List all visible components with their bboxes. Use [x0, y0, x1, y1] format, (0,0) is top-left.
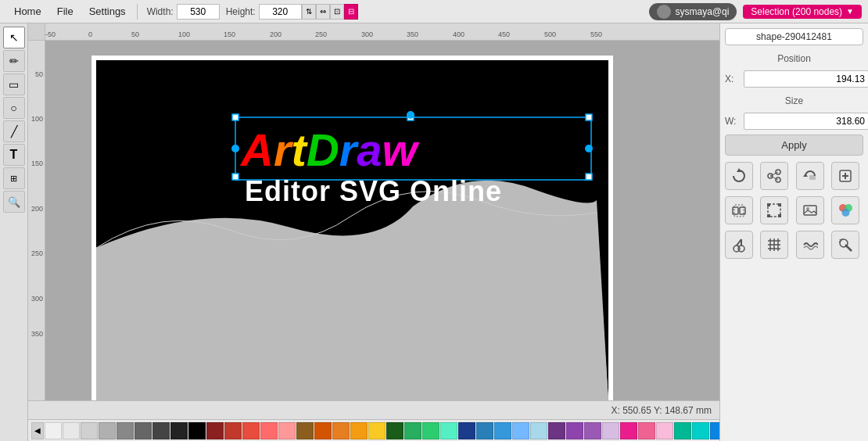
color-swatch[interactable] [386, 422, 404, 439]
svg-rect-29 [767, 203, 770, 206]
color-swatch[interactable] [206, 422, 224, 439]
color-swatch[interactable] [440, 422, 457, 439]
color-swatch[interactable] [45, 422, 62, 439]
height-input[interactable] [259, 4, 302, 20]
add-icon-btn[interactable] [831, 162, 859, 190]
color-swatch[interactable] [530, 422, 547, 439]
color-swatch[interactable] [404, 422, 421, 439]
node-edit-icon-btn[interactable] [760, 162, 788, 190]
color-swatch[interactable] [63, 422, 80, 439]
ruler-mark: 450 [498, 30, 510, 38]
color-swatch[interactable] [566, 422, 583, 439]
color-swatch[interactable] [548, 422, 565, 439]
color-swatch[interactable] [476, 422, 493, 439]
color-swatch[interactable] [368, 422, 386, 439]
pattern-icon-btn[interactable] [760, 231, 788, 259]
right-panel: shape-290412481 Position X: Y: Size W: H… [719, 23, 868, 441]
svg-point-39 [738, 246, 744, 252]
svg-rect-8 [586, 174, 592, 180]
color-swatch[interactable] [224, 422, 242, 439]
selection-badge[interactable]: Selection (200 nodes) ▼ [743, 5, 862, 19]
tool-symbol[interactable]: ⊞ [3, 167, 25, 189]
svg-rect-7 [232, 174, 239, 180]
size-label: Size [725, 95, 863, 106]
icon-grid-1 [725, 162, 863, 190]
ruler-mark: 100 [178, 30, 190, 38]
group-icon-btn[interactable] [725, 196, 753, 224]
color-swatch[interactable] [458, 422, 475, 439]
menu-home[interactable]: Home [6, 0, 49, 23]
swap-dimensions-btn[interactable]: ⇅ [302, 4, 316, 20]
left-toolbar: ↖ ✏ ▭ ○ ╱ T ⊞ 🔍 [0, 23, 28, 441]
color-fill-icon-btn[interactable] [831, 196, 859, 224]
color-swatch[interactable] [117, 422, 134, 439]
color-swatch[interactable] [602, 422, 619, 439]
color-swatch[interactable] [512, 422, 529, 439]
canvas-svg[interactable]: ArtDraw Editor SVG Online [84, 48, 624, 400]
menu-file[interactable]: File [49, 0, 81, 23]
tool-text[interactable]: T [3, 144, 25, 166]
tool-zoom[interactable]: 🔍 [3, 191, 25, 213]
ruler-corner [28, 23, 45, 41]
color-swatch[interactable] [170, 422, 188, 439]
undo-icon-btn[interactable] [796, 162, 824, 190]
color-swatch[interactable] [638, 422, 655, 439]
ruler-mark: 400 [453, 30, 464, 38]
crop-btn[interactable]: ⊟ [344, 4, 358, 20]
x-input[interactable] [744, 70, 868, 88]
tool-rectangle[interactable]: ▭ [3, 74, 25, 95]
color-swatch[interactable] [260, 422, 278, 439]
color-swatch[interactable] [584, 422, 601, 439]
tool-select[interactable]: ↖ [3, 27, 25, 48]
color-swatch[interactable] [422, 422, 439, 439]
palette-left-arrow[interactable]: ◀ [31, 422, 44, 439]
w-input[interactable] [744, 113, 868, 130]
color-swatch[interactable] [494, 422, 511, 439]
color-swatch[interactable] [350, 422, 368, 439]
tool-circle[interactable]: ○ [3, 97, 25, 119]
svg-rect-33 [804, 206, 816, 215]
color-swatch[interactable] [620, 422, 637, 439]
ruler-left: 50 100 150 200 250 300 350 [28, 41, 45, 400]
color-swatch[interactable] [332, 422, 350, 439]
wave-icon-btn[interactable] [796, 231, 824, 259]
rotate-icon-btn[interactable] [725, 162, 753, 190]
canvas-background[interactable]: ArtDraw Editor SVG Online [45, 41, 719, 400]
menu-settings[interactable]: Settings [81, 0, 134, 23]
color-swatch[interactable] [674, 422, 691, 439]
svg-line-52 [840, 239, 841, 241]
color-swatch[interactable] [135, 422, 152, 439]
ruler-mark: -50 [45, 30, 56, 38]
clip-icon-btn[interactable] [725, 231, 753, 259]
x-label: X: [725, 74, 741, 84]
svg-text:Editor SVG Online: Editor SVG Online [245, 175, 502, 207]
ruler-mark: 300 [361, 30, 373, 38]
width-input[interactable] [177, 4, 220, 20]
color-swatch[interactable] [710, 422, 719, 439]
tool-pencil[interactable]: ✏ [3, 50, 25, 72]
height-label: Height: [226, 6, 256, 17]
flip-horizontal-btn[interactable]: ⇔ [316, 4, 330, 20]
image-icon-btn[interactable] [796, 196, 824, 224]
color-swatch[interactable] [188, 422, 206, 439]
color-swatch[interactable] [656, 422, 673, 439]
magic-icon-btn[interactable] [831, 231, 859, 259]
ruler-mark: 350 [407, 30, 418, 38]
selection-icon-btn[interactable] [760, 196, 788, 224]
width-group: Width: [147, 4, 220, 20]
apply-button[interactable]: Apply [725, 134, 863, 156]
tool-line[interactable]: ╱ [3, 120, 25, 142]
svg-point-10 [231, 145, 239, 152]
ruler-mark-v: 250 [31, 249, 43, 257]
ruler-marks-top: -50 0 50 100 150 200 250 300 350 400 450… [45, 23, 719, 40]
fit-page-btn[interactable]: ⊡ [330, 4, 344, 20]
color-swatch[interactable] [692, 422, 709, 439]
color-swatch[interactable] [81, 422, 98, 439]
color-swatch[interactable] [99, 422, 116, 439]
color-swatch[interactable] [278, 422, 296, 439]
color-swatch[interactable] [296, 422, 314, 439]
color-swatch[interactable] [152, 422, 170, 439]
color-swatch[interactable] [314, 422, 332, 439]
menu-separator [137, 4, 138, 20]
color-swatch[interactable] [242, 422, 260, 439]
